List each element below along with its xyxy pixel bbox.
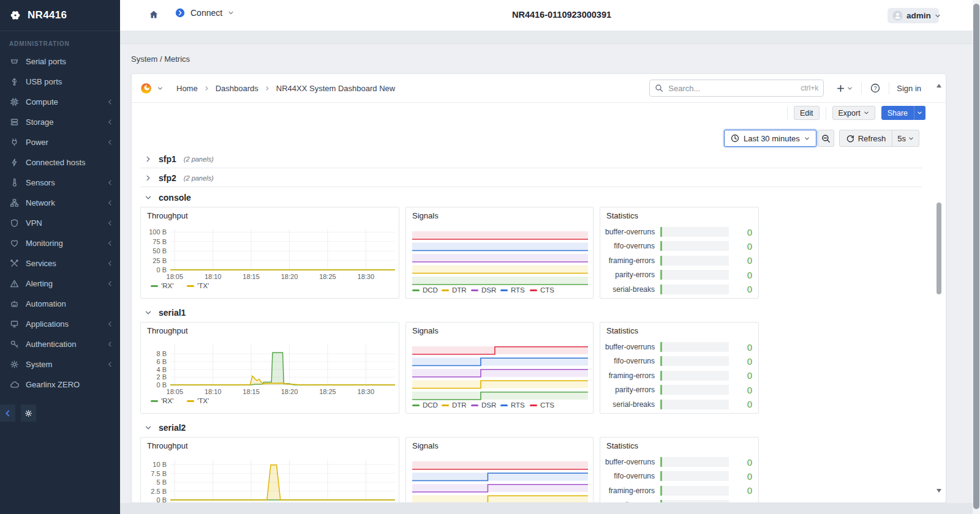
user-label: admin <box>907 11 931 20</box>
legend-label[interactable]: RTS <box>511 401 525 409</box>
panel-title[interactable]: Statistics <box>606 441 638 450</box>
stat-label: framing-errors <box>605 371 659 380</box>
sidebar-item-connected-hosts[interactable]: Connected hosts <box>0 152 120 173</box>
collapse-sidebar-button[interactable] <box>0 404 15 422</box>
sidebar-item-compute[interactable]: Compute <box>0 92 120 112</box>
sidebar-item-vpn[interactable]: VPN <box>0 213 120 233</box>
sidebar-settings-button[interactable] <box>21 404 36 422</box>
stat-gauge <box>660 270 729 280</box>
stat-label: buffer-overruns <box>605 228 659 236</box>
sidebar-item-alerting[interactable]: Alerting <box>0 274 120 294</box>
legend-label[interactable]: 'TX' <box>197 282 209 289</box>
section-header-sfp2[interactable]: sfp2(2 panels) <box>140 171 214 185</box>
stat-gauge-bar <box>660 471 662 481</box>
sidebar-item-label: Serial ports <box>26 57 66 66</box>
sidebar-item-applications[interactable]: Applications <box>0 314 120 334</box>
sidebar-item-label: Applications <box>26 319 69 329</box>
scrollbar-thumb[interactable] <box>937 203 941 294</box>
section-header-sfp1[interactable]: sfp1(2 panels) <box>140 152 214 166</box>
legend-label[interactable]: CTS <box>540 401 554 409</box>
x-tick-label: 18:30 <box>358 388 375 395</box>
signal-band-dsr <box>412 254 588 262</box>
section-name: sfp1 <box>159 154 176 164</box>
home-icon[interactable] <box>148 9 159 23</box>
legend-label[interactable]: DTR <box>452 401 467 409</box>
legend-label[interactable]: DSR <box>481 401 496 409</box>
stat-value: 0 <box>747 227 752 237</box>
legend-label[interactable]: RTS <box>511 286 525 294</box>
sidebar-item-label: Network <box>26 198 55 207</box>
legend-label[interactable]: DCD <box>423 401 438 409</box>
stat-gauge-bar <box>660 457 662 467</box>
y-tick-label: 0 B <box>156 381 167 389</box>
chevron-left-icon <box>107 99 113 105</box>
usb-icon <box>9 77 19 87</box>
chevron-right-icon <box>145 175 151 181</box>
panel-title[interactable]: Throughput <box>147 326 188 335</box>
inner-scrollbar[interactable] <box>936 74 942 502</box>
signal-band-rts <box>412 358 588 366</box>
stat-row: serial-breaks0 <box>605 398 752 411</box>
panel-title[interactable]: Statistics <box>606 211 638 220</box>
section-name: console <box>159 193 191 203</box>
panel-title[interactable]: Throughput <box>147 441 188 450</box>
signals-panel-serial2: SignalsDCDDTRDSRRTSCTS <box>405 437 594 503</box>
panel-title[interactable]: Statistics <box>606 326 638 335</box>
legend-label[interactable]: DTR <box>452 286 467 294</box>
legend-swatch <box>442 289 449 291</box>
legend-swatch <box>500 289 508 291</box>
legend-label[interactable]: CTS <box>540 286 554 294</box>
sidebar-item-services[interactable]: Services <box>0 253 120 274</box>
network-icon <box>9 198 19 208</box>
user-menu[interactable]: admin <box>888 8 939 23</box>
chevron-left-icon <box>107 341 113 347</box>
legend-swatch <box>500 404 508 406</box>
section-header-serial2[interactable]: serial2 <box>140 421 186 434</box>
sidebar-item-authentication[interactable]: Authentication <box>0 334 120 354</box>
panel-title[interactable]: Signals <box>412 326 439 335</box>
legend-label[interactable]: 'TX' <box>197 397 209 404</box>
connect-menu[interactable]: Connect <box>175 8 234 18</box>
sidebar-item-label: Monitoring <box>26 239 63 248</box>
section-header-serial1[interactable]: serial1 <box>140 306 186 319</box>
x-tick-label: 18:30 <box>358 273 375 280</box>
scroll-up-icon[interactable] <box>937 81 941 88</box>
stat-value: 0 <box>747 385 752 395</box>
sidebar-item-storage[interactable]: Storage <box>0 112 120 132</box>
legend-label[interactable]: DSR <box>481 286 496 294</box>
scroll-down-icon[interactable] <box>937 489 941 495</box>
sidebar-item-usb-ports[interactable]: USB ports <box>0 72 120 92</box>
panel-title[interactable]: Signals <box>412 211 439 220</box>
sidebar-item-automation[interactable]: Automation <box>0 294 120 314</box>
panel-title[interactable]: Throughput <box>147 211 188 220</box>
sidebar-item-gearlinx-zero[interactable]: Gearlinx ZERO <box>0 374 120 395</box>
stat-gauge <box>660 457 729 467</box>
sidebar-item-system[interactable]: System <box>0 354 120 374</box>
chevron-left-icon <box>107 180 113 185</box>
sidebar-item-sensors[interactable]: Sensors <box>0 173 120 193</box>
stat-value: 0 <box>747 485 752 496</box>
sidebar-item-power[interactable]: Power <box>0 132 120 152</box>
x-tick-label: 18:10 <box>205 388 222 395</box>
sidebar-item-label: Alerting <box>26 279 53 288</box>
page-scrollbar-thumb[interactable] <box>973 4 979 509</box>
y-tick-label: 75 B <box>153 238 167 245</box>
stat-label: serial-breaks <box>605 400 659 409</box>
sidebar-item-label: Compute <box>26 97 58 106</box>
legend-label[interactable]: 'RX' <box>161 397 173 404</box>
panel-title[interactable]: Signals <box>412 441 439 450</box>
page-scrollbar[interactable] <box>973 0 980 514</box>
sidebar-item-label: Power <box>26 138 48 147</box>
section-header-console[interactable]: console <box>140 191 191 204</box>
section-divider <box>140 187 922 187</box>
sidebar-item-label: VPN <box>26 218 42 228</box>
sidebar-item-monitoring[interactable]: Monitoring <box>0 233 120 253</box>
legend-swatch <box>187 285 194 287</box>
sidebar-item-label: USB ports <box>26 77 62 86</box>
sidebar-item-network[interactable]: Network <box>0 193 120 213</box>
device-title: NR4416-0110923000391 <box>512 10 611 20</box>
legend-label[interactable]: DCD <box>423 286 438 294</box>
legend-label[interactable]: 'RX' <box>161 282 173 289</box>
sidebar-item-serial-ports[interactable]: Serial ports <box>0 51 120 72</box>
brand[interactable]: NR4416 <box>0 0 120 31</box>
